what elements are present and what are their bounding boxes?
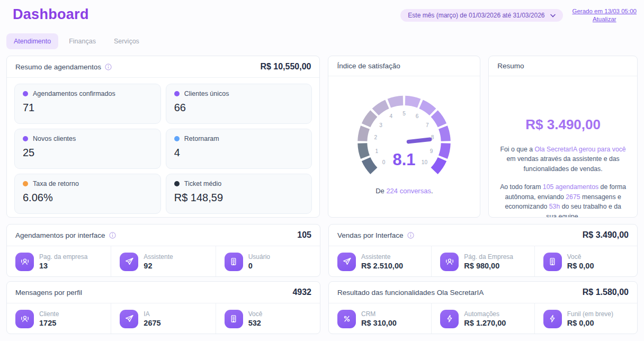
resultado-total: R$ 1.580,00 — [583, 288, 629, 297]
mensagens-total: 4932 — [292, 288, 311, 297]
chevron-down-icon — [550, 14, 556, 17]
stat-automacoes: Automações R$ 1.270,00 — [431, 303, 534, 334]
svg-text:0: 0 — [382, 159, 386, 165]
resultado-card: Resultado das funcionalidades Ola Secret… — [328, 281, 638, 334]
tile-novos-clientes: Novos clientes 25 — [14, 129, 161, 169]
stat-label: Automações — [464, 310, 506, 318]
date-range-label: Este mês (março) de 01/03/2026 até 31/03… — [408, 12, 544, 19]
stat-usuario: Usuário 0 — [216, 246, 320, 277]
user-icon — [440, 253, 459, 271]
page-header: Dashboard Este mês (março) de 01/03/2026… — [0, 0, 644, 23]
metric-value: 6.06% — [23, 192, 153, 204]
stat-value: R$ 980,00 — [464, 262, 513, 270]
stat-label: Usuário — [248, 253, 270, 261]
stat-label: IA — [144, 310, 160, 318]
resultado-title: Resultado das funcionalidades Ola Secret… — [337, 289, 484, 297]
stat-cliente: Cliente 1725 — [7, 303, 111, 334]
resumo-card-title: Resumo — [497, 62, 524, 70]
tab-servicos[interactable]: Serviços — [106, 33, 147, 49]
tile-agendamentos-confirmados: Agendamentos confirmados 71 — [14, 84, 161, 124]
vendas-interface-card: Vendas por Interface R$ 3.490,00 Assiste… — [328, 224, 638, 277]
metric-label: Taxa de retorno — [33, 180, 79, 187]
vendas-interface-total: R$ 3.490,00 — [583, 230, 629, 240]
svg-text:1: 1 — [375, 148, 379, 154]
agendamentos-interface-total: 105 — [297, 230, 311, 240]
stat-value: 2675 — [144, 319, 160, 327]
refresh-link[interactable]: Atualizar — [593, 16, 616, 22]
vendas-interface-title: Vendas por Interface — [337, 231, 404, 239]
stat-voce: Você 532 — [216, 303, 320, 334]
building-icon — [225, 253, 243, 271]
stat-label: Você — [248, 310, 263, 318]
gauge-chart: 0123456789108.1 — [342, 86, 466, 180]
metric-value: R$ 148,59 — [174, 192, 304, 204]
tab-financas[interactable]: Finanças — [61, 33, 103, 49]
metric-label: Ticket médio — [184, 180, 221, 187]
satisfaction-card-title: Índice de satisfação — [337, 62, 400, 70]
stat-value: R$ 2.510,00 — [361, 262, 403, 270]
stat-label: CRM — [361, 310, 397, 318]
building-icon — [543, 253, 562, 271]
paper-plane-icon — [120, 253, 138, 271]
metric-label: Agendamentos confirmados — [33, 90, 115, 97]
summary-card: Resumo de agendamentos R$ 10,550,00 Agen… — [6, 56, 320, 218]
tile-retornaram: Retornaram 4 — [166, 129, 312, 169]
stat-crm: CRM R$ 310,00 — [329, 303, 431, 334]
user-icon — [15, 253, 34, 271]
metric-value: 66 — [174, 102, 304, 114]
svg-text:4: 4 — [390, 113, 393, 119]
resumo-paragraph-2: Ao todo foram 105 agendamentos de forma … — [499, 182, 627, 218]
metric-label: Retornaram — [184, 135, 219, 142]
metric-dot — [23, 91, 28, 96]
mensagens-card: Mensagens por perfil 4932 Cliente 1725 — [6, 281, 320, 334]
metric-dot — [23, 181, 28, 186]
info-icon[interactable] — [109, 232, 116, 239]
gauge-caption: De 224 conversas. — [375, 187, 433, 195]
stat-funil: Funil (em breve) R$ 0,00 — [534, 303, 637, 334]
metric-dot — [174, 91, 180, 96]
stat-value: R$ 310,00 — [361, 319, 397, 327]
svg-text:9: 9 — [430, 148, 433, 154]
svg-text:2: 2 — [374, 134, 378, 140]
info-icon[interactable] — [105, 64, 112, 70]
user-icon — [15, 310, 34, 328]
mensagens-title: Mensagens por perfil — [15, 289, 82, 297]
satisfaction-card: Índice de satisfação 0123456789108.1 De … — [328, 56, 480, 218]
stat-assistente: Assistente 92 — [111, 246, 215, 277]
stat-label: Você — [567, 253, 594, 261]
stat-label: Cliente — [39, 310, 59, 318]
percent-icon — [337, 310, 356, 328]
info-icon[interactable] — [407, 232, 414, 239]
stat-label: Pág. da Empresa — [464, 253, 513, 261]
conversations-link[interactable]: 224 conversas — [386, 187, 431, 195]
building-icon — [225, 310, 243, 328]
paper-plane-icon — [120, 310, 138, 328]
tile-taxa-retorno: Taxa de retorno 6.06% — [14, 174, 161, 214]
svg-text:3: 3 — [380, 122, 383, 128]
svg-text:7: 7 — [426, 122, 429, 128]
date-range-selector[interactable]: Este mês (março) de 01/03/2026 até 31/03… — [400, 9, 562, 22]
metric-dot — [23, 136, 28, 141]
stat-value: 13 — [39, 262, 87, 270]
stat-pag-empresa: Pág. da Empresa R$ 980,00 — [431, 246, 534, 277]
tile-ticket-medio: Ticket médio R$ 148,59 — [166, 174, 312, 214]
generated-at-link[interactable]: Gerado em 13/03 05:00 — [573, 8, 637, 14]
resumo-amount: R$ 3.490,00 — [499, 116, 627, 133]
stat-label: Pag. da empresa — [39, 253, 87, 261]
summary-total: R$ 10,550,00 — [260, 62, 311, 71]
tab-atendimento[interactable]: Atendimento — [6, 33, 58, 49]
svg-text:5: 5 — [403, 111, 406, 116]
stat-value: 1725 — [39, 319, 59, 327]
metric-dot — [174, 181, 180, 186]
resumo-paragraph-1: Foi o que a Ola SecretarIA gerou para vo… — [499, 145, 627, 174]
svg-text:8.1: 8.1 — [393, 150, 416, 169]
page-title: Dashboard — [13, 6, 89, 23]
tile-clientes-unicos: Clientes únicos 66 — [166, 84, 312, 124]
caption-prefix: De — [375, 187, 386, 195]
metric-dot — [174, 136, 180, 141]
stat-ia: IA 2675 — [111, 303, 215, 334]
metric-value: 4 — [174, 147, 304, 159]
stat-value: 92 — [144, 262, 173, 270]
summary-card-title: Resumo de agendamentos — [15, 63, 101, 71]
stat-voce: Você R$ 0,00 — [534, 246, 637, 277]
